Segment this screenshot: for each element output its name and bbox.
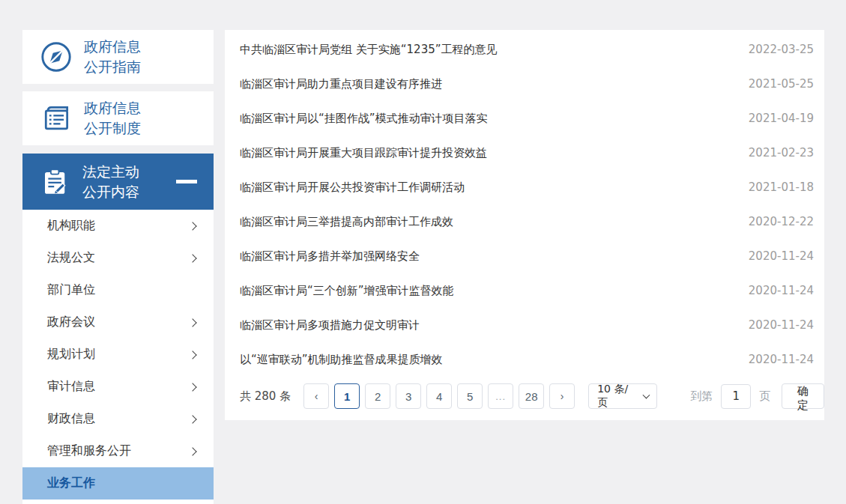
pagination-page-3[interactable]: 3 xyxy=(396,383,421,409)
news-row: 临淄区审计局开展公共投资审计工作调研活动 2021-01-18 xyxy=(225,170,824,204)
collapse-minus-icon[interactable] xyxy=(176,180,197,183)
news-date: 2021-02-23 xyxy=(749,146,814,160)
chevron-right-icon xyxy=(188,415,196,423)
news-title-link[interactable]: 中共临淄区审计局党组 关于实施“1235”工程的意见 xyxy=(240,43,497,57)
pagination-page-2[interactable]: 2 xyxy=(365,383,390,409)
submenu-label: 管理和服务公开 xyxy=(47,443,131,459)
chevron-right-icon: › xyxy=(561,390,564,402)
chevron-left-icon: ‹ xyxy=(315,390,318,402)
news-date: 2020-11-24 xyxy=(749,353,814,366)
pagination-page-4[interactable]: 4 xyxy=(426,383,452,409)
news-title-link[interactable]: 临淄区审计局以“挂图作战”模式推动审计项目落实 xyxy=(240,112,488,126)
chevron-right-icon xyxy=(188,383,196,391)
news-title-link[interactable]: 临淄区审计局多措并举加强网络安全 xyxy=(240,249,420,264)
news-row: 临淄区审计局助力重点项目建设有序推进 2021-05-25 xyxy=(225,67,824,101)
news-row: 临淄区审计局以“挂图作战”模式推动审计项目落实 2021-04-19 xyxy=(225,101,824,136)
news-title-link[interactable]: 临淄区审计局开展重大项目跟踪审计提升投资效益 xyxy=(240,146,487,160)
sidebar-item-label: 政府信息 公开指南 xyxy=(84,37,141,77)
submenu-label: 法规公文 xyxy=(47,250,95,266)
news-date: 2021-04-19 xyxy=(749,112,814,125)
sidebar-item-gov-info-guide[interactable]: 政府信息 公开指南 xyxy=(22,30,214,84)
pagination-bar: 共 280 条 ‹ 1 2 3 4 5 ... 28 › 10 条/页 到第 页… xyxy=(225,383,824,410)
news-date: 2020-11-24 xyxy=(749,318,814,332)
news-title-link[interactable]: 临淄区审计局多项措施力促文明审计 xyxy=(240,318,420,333)
chevron-right-icon xyxy=(188,350,196,359)
chevron-right-icon xyxy=(188,254,196,262)
sidebar-section-legal-disclosure[interactable]: 法定主动 公开内容 xyxy=(22,154,214,210)
sidebar: 政府信息 公开指南 政府信息 公开制度 xyxy=(22,30,214,504)
submenu-label: 财政信息 xyxy=(47,411,95,427)
pagination-page-5[interactable]: 5 xyxy=(457,383,483,409)
clipboard-pencil-icon xyxy=(39,166,72,198)
news-row: 临淄区审计局多项措施力促文明审计 2020-11-24 xyxy=(225,308,824,342)
chevron-right-icon xyxy=(188,222,196,230)
sidebar-item-management-services[interactable]: 管理和服务公开 xyxy=(22,435,214,467)
news-row: 临淄区审计局“三个创新”增强审计监督效能 2020-11-24 xyxy=(225,273,824,308)
pagination-page-1[interactable]: 1 xyxy=(334,383,360,409)
sidebar-item-regulations[interactable]: 法规公文 xyxy=(22,242,214,274)
news-date: 2022-03-25 xyxy=(749,43,814,56)
compass-icon xyxy=(39,40,73,74)
sidebar-item-label: 政府信息 公开制度 xyxy=(84,98,141,139)
news-row: 临淄区审计局多措并举加强网络安全 2020-11-24 xyxy=(225,239,824,273)
page-size-select[interactable]: 10 条/页 xyxy=(588,383,657,409)
sidebar-section-label: 法定主动 公开内容 xyxy=(82,162,139,202)
news-row: 临淄区审计局三举措提高内部审计工作成效 2020-12-22 xyxy=(225,204,824,239)
submenu-label: 业务工作 xyxy=(47,476,95,491)
sidebar-item-departments[interactable]: 部门单位 xyxy=(22,274,214,306)
news-row: 临淄区审计局开展重大项目跟踪审计提升投资效益 2021-02-23 xyxy=(225,136,824,170)
goto-page-suffix: 页 xyxy=(759,389,770,404)
goto-page-input[interactable] xyxy=(721,384,751,409)
submenu-label: 机构职能 xyxy=(47,218,95,234)
chevron-down-icon xyxy=(642,391,650,398)
sidebar-item-planning[interactable]: 规划计划 xyxy=(22,338,214,371)
confirm-button[interactable]: 确定 xyxy=(782,383,824,409)
news-date: 2021-01-18 xyxy=(749,180,814,194)
pagination-page-28[interactable]: 28 xyxy=(519,383,544,409)
news-title-link[interactable]: 临淄区审计局“三个创新”增强审计监督效能 xyxy=(240,284,454,298)
page-size-value: 10 条/页 xyxy=(597,383,636,410)
pagination-next-button[interactable]: › xyxy=(549,383,575,409)
goto-page-label: 到第 xyxy=(690,389,713,404)
news-date: 2020-12-22 xyxy=(749,215,814,228)
sidebar-submenu: 机构职能 法规公文 部门单位 政府会议 规划计划 审计信息 财政信息 管理和服 xyxy=(22,210,214,504)
news-row: 以“巡审联动”机制助推监督成果提质增效 2020-11-24 xyxy=(225,342,824,377)
news-title-link[interactable]: 临淄区审计局开展公共投资审计工作调研活动 xyxy=(240,180,465,195)
pagination-total: 共 280 条 xyxy=(240,389,291,404)
sidebar-item-gov-info-system[interactable]: 政府信息 公开制度 xyxy=(22,91,214,145)
pagination-prev-button[interactable]: ‹ xyxy=(303,383,329,409)
news-list-panel: 中共临淄区审计局党组 关于实施“1235”工程的意见 2022-03-25 临淄… xyxy=(225,30,824,420)
sidebar-item-business-work[interactable]: 业务工作 xyxy=(22,467,214,500)
sidebar-item-fiscal-info[interactable]: 财政信息 xyxy=(22,403,214,435)
news-title-link[interactable]: 临淄区审计局助力重点项目建设有序推进 xyxy=(240,77,442,91)
pagination-ellipsis[interactable]: ... xyxy=(488,383,513,409)
chevron-right-icon xyxy=(188,318,196,327)
submenu-label: 审计信息 xyxy=(47,379,95,395)
news-date: 2020-11-24 xyxy=(749,249,814,263)
sidebar-item-gov-meetings[interactable]: 政府会议 xyxy=(22,306,214,338)
submenu-label: 政府会议 xyxy=(47,315,95,330)
book-lines-icon xyxy=(39,101,73,136)
sidebar-item-audit-info[interactable]: 审计信息 xyxy=(22,371,214,403)
news-row: 中共临淄区审计局党组 关于实施“1235”工程的意见 2022-03-25 xyxy=(225,32,824,67)
news-date: 2021-05-25 xyxy=(749,77,814,91)
news-title-link[interactable]: 以“巡审联动”机制助推监督成果提质增效 xyxy=(240,353,443,367)
sidebar-item-org-functions[interactable]: 机构职能 xyxy=(22,210,214,242)
news-date: 2020-11-24 xyxy=(749,284,814,297)
submenu-label: 部门单位 xyxy=(47,282,95,298)
news-title-link[interactable]: 临淄区审计局三举措提高内部审计工作成效 xyxy=(240,215,453,229)
chevron-right-icon xyxy=(188,447,196,455)
submenu-label: 规划计划 xyxy=(47,347,95,362)
